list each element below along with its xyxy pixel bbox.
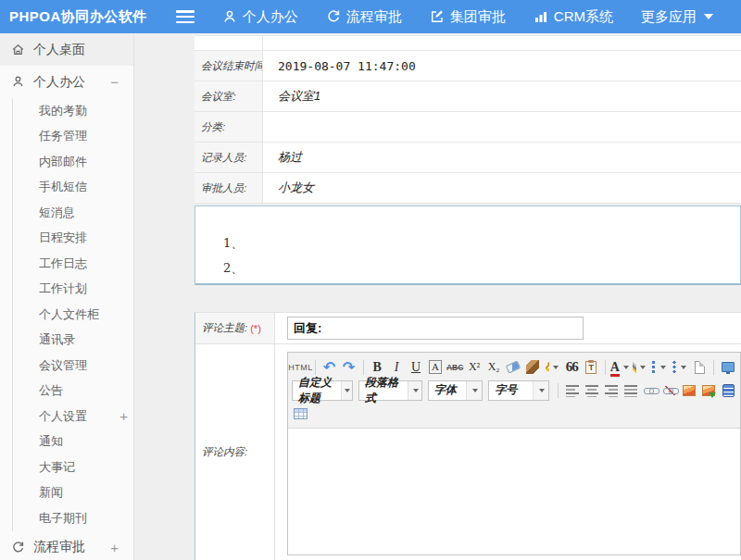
strikethrough-button[interactable]: ABC [446,358,463,377]
ordered-list-icon-button[interactable] [650,358,668,377]
sidebar-item-notification[interactable]: 通知 [12,429,133,455]
undo-button[interactable]: ↶ [321,358,338,377]
font-size-select[interactable]: 字号 [488,380,549,401]
expand-icon[interactable]: + [119,408,133,424]
sidebar-item-desktop[interactable]: 个人桌面 [0,33,133,66]
fullscreen-icon-button[interactable] [720,358,736,377]
italic-button[interactable]: I [388,358,405,377]
sidebar-item-label: 手机短信 [39,179,133,195]
sidebar-item-work-plan[interactable]: 工作计划 [12,277,133,303]
upload-image-icon-button[interactable] [700,381,717,400]
form-row-partial-top [195,36,741,51]
chevron-down-icon[interactable] [553,366,559,369]
unlink-icon-glyph [663,386,676,395]
main-content: 会议结束时间:2019-08-07 11:47:00会议室:会议室1分类:记录人… [195,33,741,560]
superscript-button[interactable]: X² [466,358,483,377]
html-source-button[interactable]: HTML [292,358,309,377]
new-page-icon-button[interactable] [691,358,708,377]
sidebar-item-task-management[interactable]: 任务管理 [12,124,133,150]
sidebar-item-label: 我的考勤 [39,103,133,119]
editor-content-area[interactable] [288,429,740,554]
sidebar-item-mobile-sms[interactable]: 手机短信 [12,175,133,201]
insert-image-icon-button[interactable] [681,381,697,400]
nav-item-workflow-approval[interactable]: 流程审批 [326,8,402,26]
paste-icon-button[interactable] [583,358,599,377]
nav-item-personal-office[interactable]: 个人办公 [222,8,298,26]
highlight-color-icon-button[interactable] [631,358,647,377]
boxed-a-button[interactable]: A [427,358,444,377]
chevron-down-icon[interactable] [341,381,352,400]
bold-button[interactable]: B [369,358,385,377]
font-color-button[interactable]: A [611,358,628,377]
sidebar-item-schedule[interactable]: 日程安排 [12,226,133,252]
font-family-select[interactable]: 字体 [428,380,483,401]
quick-format-icon-button[interactable] [544,358,560,377]
sidebar-item-meeting-management[interactable]: 会议管理 [12,353,133,379]
chevron-down-icon[interactable] [623,366,629,369]
rich-text-editor: HTML↶↷BIUAABCX²X₂66A自定义标题段落格式字体字号 [287,352,741,555]
align-left-icon-button[interactable] [564,381,581,400]
sidebar-item-announcement[interactable]: 公告 [12,379,133,404]
collapse-icon[interactable]: − [110,74,124,90]
underline-button[interactable]: U [408,358,424,377]
sidebar-item-short-message[interactable]: 短消息 [12,200,133,226]
chevron-down-icon[interactable] [660,366,666,369]
eraser-icon-button[interactable] [505,358,521,377]
format-brush-icon-button[interactable] [524,358,541,377]
unordered-list-icon-button[interactable] [671,358,688,377]
sidebar-item-internal-mail[interactable]: 内部邮件 [12,149,133,175]
link-icon-button[interactable] [642,381,659,400]
sidebar-item-workflow-approval[interactable]: 流程审批+ [0,531,133,560]
comment-subject-input[interactable] [287,317,584,340]
blockquote-button[interactable]: 66 [563,358,580,377]
align-center-icon-button[interactable] [584,381,600,400]
app-logo[interactable]: PHPOA协同办公软件 [0,8,176,26]
insert-table-icon-button[interactable] [292,404,309,423]
sidebar-item-label: 流程审批 [33,539,110,555]
highlight-color-icon-glyph [633,360,636,374]
sidebar-item-e-journal[interactable]: 电子期刊 [12,505,133,531]
sidebar-item-label: 任务管理 [39,128,133,144]
align-right-icon-button[interactable] [603,381,620,400]
button-glyph: U [411,360,421,375]
paragraph-format-select[interactable]: 段落格式 [358,380,422,401]
insert-media-icon-button[interactable] [720,381,736,400]
hamburger-menu-icon[interactable] [176,10,195,23]
nav-item-more-apps[interactable]: 更多应用 [641,8,713,26]
sidebar-item-label: 工作日志 [39,255,133,272]
sidebar-item-news[interactable]: 新闻 [12,480,133,506]
form-row-value [263,36,741,50]
nav-item-crm[interactable]: CRM系统 [534,8,613,26]
redo-button[interactable]: ↷ [341,358,358,377]
chevron-down-icon[interactable] [640,366,646,369]
toolbar-row: HTML↶↷BIUAABCX²X₂66A [292,355,736,379]
meeting-content-line: 2、 [223,255,740,280]
toolbar-separator [363,360,364,375]
edit-square-icon [430,9,445,24]
sidebar-item-label: 短消息 [39,205,133,221]
unlink-icon-button[interactable] [661,381,678,400]
chevron-down-icon[interactable] [408,381,421,400]
comment-content-label: 评论内容: [202,445,247,459]
chevron-down-icon[interactable] [533,381,548,400]
nav-item-group-approval[interactable]: 集团审批 [430,8,506,26]
custom-title-select[interactable]: 自定义标题 [292,380,353,401]
sidebar-item-personal-settings[interactable]: 个人设置+ [12,404,133,429]
chevron-down-icon[interactable] [466,381,482,400]
form-row-meeting-room: 会议室:会议室1 [195,81,741,112]
sidebar-item-work-log[interactable]: 工作日志 [12,251,133,277]
form-row-label: 会议结束时间: [195,51,263,81]
form-row-recorder: 记录人员:杨过 [195,143,741,173]
form-row-label: 审批人员: [195,173,263,203]
comment-subject-value-cell [275,313,741,343]
sidebar-item-personal-office[interactable]: 个人办公− [0,66,133,98]
sidebar-item-major-events[interactable]: 大事记 [12,454,133,480]
chevron-down-icon[interactable] [681,366,686,369]
justify-icon-button[interactable] [622,381,639,400]
sidebar-item-file-cabinet[interactable]: 个人文件柜 [12,302,133,328]
flow-arrow-icon [326,9,341,24]
subscript-button[interactable]: X₂ [485,358,502,377]
sidebar-item-contacts[interactable]: 通讯录 [12,328,133,354]
sidebar-item-attendance[interactable]: 我的考勤 [12,98,133,124]
expand-icon[interactable]: + [110,540,124,555]
